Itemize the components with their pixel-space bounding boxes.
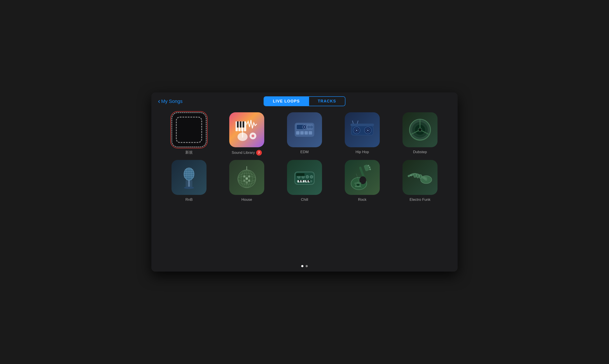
chill-icon <box>291 163 318 191</box>
tile-dubstep <box>402 112 438 147</box>
svg-rect-33 <box>350 124 374 126</box>
svg-rect-3 <box>244 121 246 131</box>
house-icon <box>233 163 261 191</box>
svg-rect-99 <box>419 175 422 179</box>
sound-library-badge: 7 <box>256 150 262 156</box>
sound-library-icon <box>233 116 261 144</box>
tile-label-dubstep: Dubstep <box>413 150 427 154</box>
svg-rect-18 <box>304 131 308 134</box>
svg-rect-61 <box>248 175 250 177</box>
svg-rect-64 <box>248 180 250 182</box>
svg-point-15 <box>310 126 313 129</box>
back-button[interactable]: My Songs <box>158 98 182 104</box>
svg-point-81 <box>306 175 309 178</box>
tile-label-house: House <box>241 197 252 202</box>
svg-rect-77 <box>306 180 307 182</box>
svg-rect-78 <box>309 180 310 182</box>
svg-rect-19 <box>309 131 312 134</box>
svg-rect-62 <box>246 177 248 180</box>
pagination-dot-2[interactable] <box>305 265 308 267</box>
list-item-chill[interactable]: Chill <box>280 160 329 202</box>
svg-point-29 <box>367 130 369 131</box>
svg-point-10 <box>251 135 254 137</box>
svg-rect-94 <box>355 186 361 187</box>
tile-hiphop <box>345 112 380 147</box>
tile-rock <box>345 160 380 195</box>
svg-point-21 <box>304 127 305 128</box>
tile-label-chill: Chill <box>301 197 308 202</box>
svg-point-82 <box>310 175 313 178</box>
tile-sound-library <box>229 112 264 147</box>
svg-point-26 <box>356 130 358 131</box>
tile-edm <box>287 112 322 147</box>
svg-rect-65 <box>246 182 248 183</box>
tile-new <box>171 112 207 147</box>
rock-icon <box>348 163 376 191</box>
app-container: My Songs LIVE LOOPS TRACKS 新規 <box>151 92 458 272</box>
edm-icon <box>291 116 318 144</box>
list-item-edm[interactable]: EDM <box>280 112 329 156</box>
rnb-icon <box>175 163 203 191</box>
svg-point-41 <box>419 129 422 131</box>
list-item-house[interactable]: House <box>222 160 271 202</box>
hiphop-icon <box>348 116 376 144</box>
dubstep-icon <box>406 116 434 144</box>
tile-label-rock: Rock <box>358 197 367 202</box>
svg-point-88 <box>369 169 371 170</box>
grid-row-1: 新規 <box>165 112 444 156</box>
tile-label-sound-library: Sound Library 7 <box>232 150 262 156</box>
list-item-dubstep[interactable]: Dubstep <box>396 112 444 156</box>
tab-group: LIVE LOOPS TRACKS <box>263 96 345 106</box>
svg-rect-60 <box>243 175 245 177</box>
svg-rect-93 <box>354 182 361 184</box>
list-item-hiphop[interactable]: Hip Hop <box>338 112 387 156</box>
tab-tracks[interactable]: TRACKS <box>309 97 345 106</box>
svg-rect-16 <box>296 131 300 134</box>
pagination <box>151 263 458 272</box>
svg-point-101 <box>423 177 427 179</box>
svg-rect-30 <box>360 128 364 130</box>
new-tile-inner <box>176 117 202 143</box>
svg-point-44 <box>184 187 194 189</box>
pagination-dot-1[interactable] <box>301 265 304 267</box>
tile-label-edm: EDM <box>300 150 309 154</box>
back-label: My Songs <box>161 99 183 104</box>
tile-electrofunk <box>402 160 438 195</box>
list-item-rnb[interactable]: RnB <box>165 160 213 202</box>
svg-rect-83 <box>296 173 304 176</box>
tile-label-rnb: RnB <box>185 197 193 202</box>
svg-point-87 <box>369 167 370 168</box>
svg-point-14 <box>307 126 310 129</box>
svg-rect-97 <box>414 173 416 177</box>
tile-label-new: 新規 <box>185 150 193 155</box>
list-item-electrofunk[interactable]: Electro Funk <box>396 160 444 202</box>
svg-rect-76 <box>302 180 303 182</box>
tile-label-electrofunk: Electro Funk <box>410 197 430 202</box>
svg-rect-17 <box>300 131 304 134</box>
svg-rect-5 <box>240 121 241 128</box>
list-item-new[interactable]: 新規 <box>165 112 213 156</box>
header: My Songs LIVE LOOPS TRACKS <box>151 92 458 110</box>
svg-rect-72 <box>303 180 304 182</box>
svg-rect-98 <box>417 174 419 178</box>
tab-live-loops[interactable]: LIVE LOOPS <box>264 97 308 106</box>
svg-rect-8 <box>242 130 243 138</box>
tile-rnb <box>171 160 207 195</box>
svg-rect-6 <box>243 121 244 128</box>
grid-row-2: RnB <box>165 160 444 202</box>
electrofunk-icon <box>406 163 434 191</box>
svg-point-100 <box>408 175 410 177</box>
content-area: 新規 <box>151 110 458 263</box>
svg-rect-4 <box>237 121 239 128</box>
svg-point-86 <box>368 165 369 167</box>
tile-chill <box>287 160 322 195</box>
svg-rect-63 <box>243 180 245 182</box>
list-item-sound-library[interactable]: Sound Library 7 <box>222 112 271 156</box>
tile-house <box>229 160 264 195</box>
list-item-rock[interactable]: Rock <box>338 160 387 202</box>
tile-label-hiphop: Hip Hop <box>356 150 369 154</box>
svg-rect-75 <box>299 180 300 182</box>
